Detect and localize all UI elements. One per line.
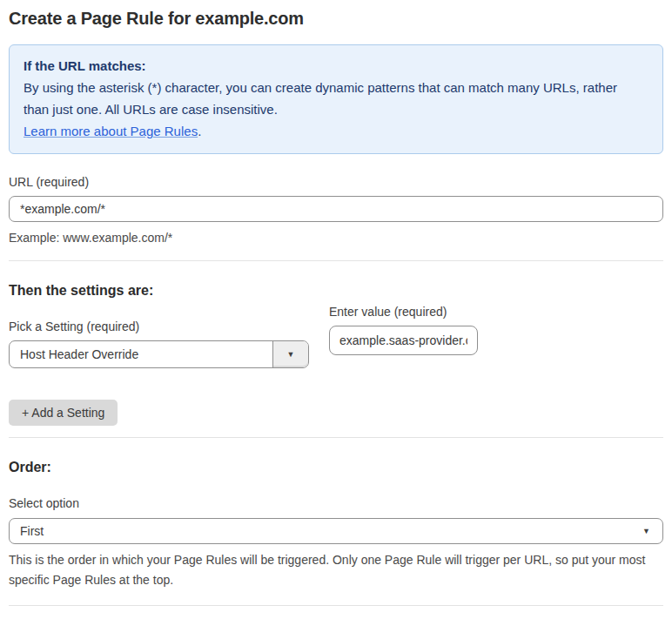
learn-more-link[interactable]: Learn more about Page Rules: [24, 124, 198, 138]
order-hint: This is the order in which your Page Rul…: [9, 550, 663, 590]
setting-select[interactable]: Host Header Override ▼: [9, 340, 309, 368]
page-title: Create a Page Rule for example.com: [9, 9, 663, 29]
url-label: URL (required): [9, 175, 663, 189]
pick-setting-label: Pick a Setting (required): [9, 320, 309, 333]
settings-row: Pick a Setting (required) Host Header Ov…: [9, 299, 663, 368]
info-box-body: By using the asterisk (*) character, you…: [24, 77, 624, 142]
settings-heading: Then the settings are:: [9, 283, 663, 299]
info-box-heading: If the URL matches:: [24, 55, 648, 77]
setting-select-arrow-button[interactable]: ▼: [272, 341, 308, 367]
link-period: .: [198, 124, 201, 138]
info-box-body-text: By using the asterisk (*) character, you…: [24, 80, 617, 117]
order-select-value: First: [20, 524, 642, 538]
divider: [9, 605, 663, 606]
divider: [9, 437, 663, 438]
divider: [9, 260, 663, 261]
enter-value-column: Enter value (required): [329, 299, 478, 355]
order-heading: Order:: [9, 460, 663, 475]
pick-setting-column: Pick a Setting (required) Host Header Ov…: [9, 299, 309, 368]
add-setting-button[interactable]: + Add a Setting: [9, 400, 118, 426]
url-input[interactable]: [9, 196, 663, 222]
setting-value-input[interactable]: [329, 326, 478, 355]
info-box: If the URL matches: By using the asteris…: [9, 44, 663, 154]
url-hint: Example: www.example.com/*: [9, 229, 663, 247]
setting-select-value: Host Header Override: [10, 341, 272, 367]
chevron-down-icon: ▼: [287, 351, 295, 359]
enter-value-label: Enter value (required): [329, 305, 478, 319]
select-option-label: Select option: [9, 496, 663, 510]
page-rule-form: Create a Page Rule for example.com If th…: [0, 9, 672, 619]
order-select[interactable]: First ▼: [9, 518, 663, 544]
chevron-down-icon: ▼: [642, 528, 650, 535]
